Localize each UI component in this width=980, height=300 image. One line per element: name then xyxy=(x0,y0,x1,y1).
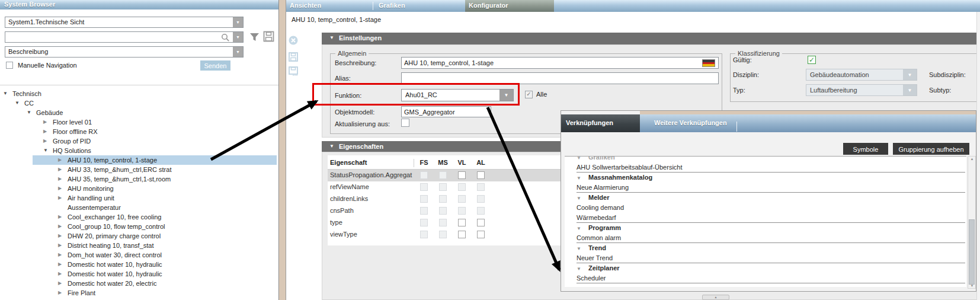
chevron-collapsed-icon[interactable]: ▶ xyxy=(58,214,62,219)
link-item[interactable]: Common alarm xyxy=(565,233,966,243)
manual-navigation-checkbox[interactable] xyxy=(6,62,13,69)
scroll-up-icon[interactable]: ▲ xyxy=(969,157,975,161)
tree-item[interactable]: ▶Dom_hot water 30, direct control xyxy=(0,250,278,260)
close-icon[interactable] xyxy=(289,36,298,45)
property-checkbox[interactable] xyxy=(458,231,466,238)
tab-weitere-verknuepfungen[interactable]: Weitere Verknüpfungen xyxy=(654,119,727,126)
link-group-header[interactable]: ▼Programm xyxy=(565,223,966,233)
property-checkbox[interactable] xyxy=(458,219,466,226)
search-field[interactable]: ▼ xyxy=(5,31,244,43)
scrollbar-thumb[interactable] xyxy=(969,219,975,285)
tree-item[interactable]: ▶Domestic hot water 10, hydraulic xyxy=(0,260,278,269)
chevron-collapsed-icon[interactable]: ▶ xyxy=(43,138,47,143)
tree-item[interactable]: ▶Air handling unit xyxy=(0,193,278,203)
main-scrollbar[interactable] xyxy=(976,12,980,300)
chevron-collapsed-icon[interactable]: ▶ xyxy=(58,224,62,229)
tree-item[interactable]: ▶AHU 10, temp_control, 1-stage xyxy=(0,155,278,165)
search-mode-dropdown[interactable]: Beschreibung ▼ xyxy=(5,46,244,58)
chevron-collapsed-icon[interactable]: ▶ xyxy=(58,233,62,238)
link-group-header[interactable]: ▼Melder xyxy=(565,193,966,203)
tree-item[interactable]: ▼CC xyxy=(0,98,278,108)
column-header[interactable]: AL xyxy=(473,159,488,166)
gueltig-checkbox[interactable]: ✓ xyxy=(808,56,816,64)
link-group-header[interactable]: ▼Trend xyxy=(565,243,966,253)
property-checkbox[interactable] xyxy=(477,219,485,226)
chevron-collapsed-icon[interactable]: ▶ xyxy=(58,186,62,191)
column-header[interactable]: MS xyxy=(435,159,450,166)
chevron-collapsed-icon[interactable]: ▶ xyxy=(58,271,62,276)
save-as-icon[interactable] xyxy=(289,66,298,76)
chevron-collapsed-icon[interactable]: ▶ xyxy=(58,261,62,267)
scroll-down-icon[interactable]: ▼ xyxy=(969,284,975,288)
chevron-expanded-icon[interactable]: ▼ xyxy=(329,143,334,149)
chevron-down-icon[interactable]: ▼ xyxy=(233,17,243,27)
tab-grafiken[interactable]: Grafiken xyxy=(379,2,405,9)
send-button[interactable]: Senden xyxy=(200,60,230,71)
chevron-collapsed-icon[interactable]: ▶ xyxy=(58,290,62,295)
tree-item[interactable]: ▶AHU 33, temp_&hum_ctrl,ERC strat xyxy=(0,165,278,174)
property-checkbox[interactable] xyxy=(477,231,485,238)
column-header[interactable]: Eigenschaft xyxy=(330,159,367,166)
chevron-collapsed-icon[interactable]: ▶ xyxy=(58,176,62,181)
section-einstellungen-header[interactable]: ▼ Einstellungen xyxy=(322,33,980,44)
chevron-expanded-icon[interactable]: ▼ xyxy=(577,244,588,254)
chevron-collapsed-icon[interactable]: ▶ xyxy=(58,252,62,257)
view-selector-dropdown[interactable]: System1.Technische Sicht ▼ xyxy=(5,17,244,28)
chevron-expanded-icon[interactable]: ▼ xyxy=(15,100,20,106)
save-icon[interactable] xyxy=(263,31,274,42)
filter-icon[interactable] xyxy=(249,33,260,42)
tree-item[interactable]: ▼Gebäude xyxy=(0,108,278,117)
tree-item[interactable]: ▶AHU 35, temp_&hum_ctrl,1-st,room xyxy=(0,174,278,184)
gruppierung-aufheben-button[interactable]: Gruppierung aufheben xyxy=(893,143,969,155)
tab-konfigurator[interactable]: Konfigurator xyxy=(465,0,554,12)
tree-item[interactable]: ▶DHW 20, primary charge control xyxy=(0,231,278,241)
tree-item[interactable]: ▶Cool_group 10, flow temp_control xyxy=(0,222,278,231)
beschreibung-input[interactable] xyxy=(401,57,719,69)
link-group-header[interactable]: ▼Massnahmenkatalog xyxy=(565,173,966,183)
tab-verknuepfungen[interactable]: Verknüpfungen xyxy=(561,114,640,132)
tree-item[interactable]: ▶Domestic hot water 10, hydraulic xyxy=(0,269,278,279)
chevron-expanded-icon[interactable]: ▼ xyxy=(577,193,588,203)
chevron-collapsed-icon[interactable]: ▶ xyxy=(58,242,62,248)
tree-item[interactable]: Aussentemperatur xyxy=(0,203,278,212)
tree-item[interactable]: ▶Floor level 01 xyxy=(0,117,278,127)
alle-checkbox[interactable]: ✓ xyxy=(525,91,533,98)
chevron-collapsed-icon[interactable]: ▶ xyxy=(43,119,47,125)
tree-item[interactable]: ▶Floor offline RX xyxy=(0,127,278,136)
objektmodell-input[interactable] xyxy=(401,106,491,117)
tree-item[interactable]: ▶Cool_exchanger 10, free cooling xyxy=(0,212,278,222)
save-icon[interactable] xyxy=(289,52,298,62)
link-group-header[interactable]: ▼Zeitplaner xyxy=(565,263,966,273)
chevron-expanded-icon[interactable]: ▼ xyxy=(577,264,588,274)
link-item[interactable]: Scheduler xyxy=(565,273,966,283)
collapse-handle[interactable]: ▲ xyxy=(702,295,729,300)
tree-item[interactable]: ▶Fire Plant xyxy=(0,288,278,298)
chevron-down-icon[interactable]: ▼ xyxy=(233,47,243,57)
tree-item[interactable]: ▶Group of PID xyxy=(0,136,278,146)
chevron-expanded-icon[interactable]: ▼ xyxy=(27,110,31,115)
chevron-expanded-icon[interactable]: ▼ xyxy=(3,91,8,96)
link-item[interactable]: Wärmebedarf xyxy=(565,213,966,223)
chevron-expanded-icon[interactable]: ▼ xyxy=(577,173,588,183)
tree-item[interactable]: ▼Technisch xyxy=(0,89,278,98)
chevron-expanded-icon[interactable]: ▼ xyxy=(577,224,588,234)
links-scrollbar[interactable]: ▲ ▼ xyxy=(968,156,976,289)
chevron-collapsed-icon[interactable]: ▶ xyxy=(58,280,62,286)
chevron-collapsed-icon[interactable]: ▶ xyxy=(43,129,47,134)
tree-item[interactable]: ▶Domestic hot water 20, electric xyxy=(0,279,278,288)
column-header[interactable]: VL xyxy=(454,159,469,166)
chevron-down-icon[interactable]: ▼ xyxy=(233,32,243,42)
chevron-expanded-icon[interactable]: ▼ xyxy=(329,35,334,40)
tab-ansichten[interactable]: Ansichten xyxy=(290,2,321,9)
chevron-collapsed-icon[interactable]: ▶ xyxy=(58,167,62,172)
property-checkbox[interactable] xyxy=(458,171,466,179)
german-flag-icon[interactable] xyxy=(702,59,715,67)
link-item[interactable]: Neue Alarmierung xyxy=(565,183,966,193)
link-item[interactable]: AHU Sollwertarbeitsablauf-Übersicht xyxy=(565,162,966,173)
tree-item[interactable]: ▶District heating 10, transf_stat xyxy=(0,241,278,250)
tree-item[interactable]: ▶AHU monitoring xyxy=(0,184,278,193)
aktualisierung-checkbox[interactable] xyxy=(401,119,409,127)
link-item[interactable]: Neuer Trend xyxy=(565,253,966,263)
chevron-collapsed-icon[interactable]: ▶ xyxy=(58,195,62,200)
link-group-header[interactable]: ▼Grafiken xyxy=(565,156,966,162)
